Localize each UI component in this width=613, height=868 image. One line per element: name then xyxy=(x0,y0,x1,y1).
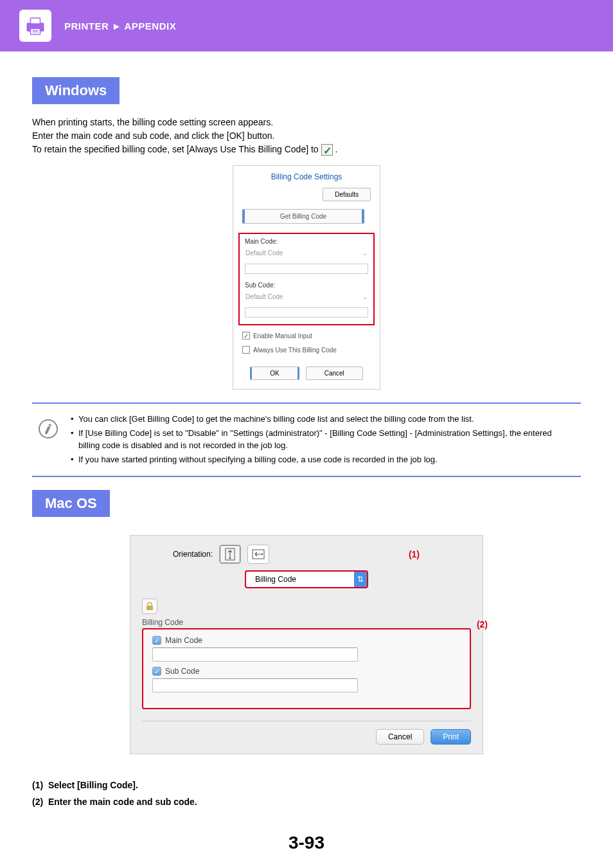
panel-select[interactable]: Billing Code ⇅ xyxy=(245,570,368,588)
print-button[interactable]: Print xyxy=(431,729,471,745)
codes-highlight-box: Main Code: Default Code ⌄ Sub Code: Defa… xyxy=(238,233,375,325)
defaults-button[interactable]: Defaults xyxy=(323,188,371,201)
ok-button[interactable]: OK xyxy=(250,366,299,380)
windows-para3: To retain the specified billing code, se… xyxy=(32,143,581,156)
orientation-landscape-button[interactable] xyxy=(247,545,269,564)
checkbox-unchecked-icon[interactable] xyxy=(242,346,250,354)
main-code-input[interactable] xyxy=(152,647,358,662)
note-2: If [Use Billing Code] is set to "Disable… xyxy=(71,427,574,452)
windows-para2: Enter the main code and sub code, and cl… xyxy=(32,129,581,143)
windows-heading: Windows xyxy=(32,77,120,104)
sub-code-row[interactable]: ✓ Sub Code xyxy=(152,667,461,676)
svg-rect-1 xyxy=(31,18,40,24)
checkbox-checked-icon[interactable]: ✓ xyxy=(152,636,161,645)
orientation-label: Orientation: xyxy=(173,550,213,559)
callout-1: (1) xyxy=(409,549,420,559)
sub-code-input[interactable] xyxy=(245,307,368,318)
windows-para1: When printing starts, the billing code s… xyxy=(32,116,581,129)
svg-rect-9 xyxy=(147,606,153,610)
get-billing-code-button[interactable]: Get Billing Code xyxy=(242,209,364,224)
step-2: (2) Enter the main code and sub code. xyxy=(32,797,581,807)
billing-code-panel-label: Billing Code xyxy=(142,618,471,627)
breadcrumb-left[interactable]: PRINTER xyxy=(64,21,109,32)
enable-manual-input-row[interactable]: ✓ Enable Manual Input xyxy=(233,325,380,339)
svg-point-6 xyxy=(229,557,231,559)
divider xyxy=(142,721,471,721)
breadcrumb-right[interactable]: APPENDIX xyxy=(125,21,177,32)
lock-icon[interactable] xyxy=(142,599,157,614)
note-block: You can click [Get Billing Code] to get … xyxy=(32,402,581,477)
chevron-down-icon: ⌄ xyxy=(362,293,368,300)
always-use-row[interactable]: Always Use This Billing Code xyxy=(233,339,380,354)
main-code-row[interactable]: ✓ Main Code xyxy=(152,636,461,645)
mac-codes-highlight-box: (2) ✓ Main Code ✓ Sub Code xyxy=(142,628,471,709)
chevron-down-icon: ⌄ xyxy=(362,249,368,257)
main-code-label: Main Code: xyxy=(245,238,368,245)
windows-intro: When printing starts, the billing code s… xyxy=(32,116,581,156)
main-code-select[interactable]: Default Code ⌄ xyxy=(245,248,368,261)
header-bar: PRINTER ► APPENDIX xyxy=(0,0,613,51)
checkbox-checked-icon[interactable]: ✓ xyxy=(152,667,161,676)
orientation-portrait-button[interactable] xyxy=(219,545,241,564)
note-1: You can click [Get Billing Code] to get … xyxy=(71,413,574,426)
printer-icon xyxy=(19,10,51,42)
breadcrumb-sep: ► xyxy=(112,21,121,32)
mac-print-dialog: Orientation: (1) Billing Code ⇅ Billing … xyxy=(130,535,483,754)
updown-arrows-icon: ⇅ xyxy=(354,572,367,587)
checkbox-checked-icon[interactable]: ✓ xyxy=(242,332,250,339)
billing-code-settings-dialog: Billing Code Settings Defaults Get Billi… xyxy=(233,165,380,390)
svg-point-8 xyxy=(262,554,263,555)
breadcrumb[interactable]: PRINTER ► APPENDIX xyxy=(64,21,176,32)
dialog-title: Billing Code Settings xyxy=(233,166,380,188)
pencil-note-icon xyxy=(36,417,60,441)
macos-heading: Mac OS xyxy=(32,490,110,517)
sub-code-select[interactable]: Default Code ⌄ xyxy=(245,291,368,305)
checkbox-icon xyxy=(321,144,333,156)
sub-code-label: Sub Code: xyxy=(245,282,368,289)
sub-code-input[interactable] xyxy=(152,678,358,692)
cancel-button[interactable]: Cancel xyxy=(306,366,363,380)
main-code-input[interactable] xyxy=(245,264,368,274)
svg-rect-2 xyxy=(31,29,40,35)
cancel-button[interactable]: Cancel xyxy=(376,729,424,745)
page-number: 3-93 xyxy=(0,833,613,853)
note-3: If you have started printing without spe… xyxy=(71,453,574,466)
callout-2: (2) xyxy=(477,619,488,629)
step-1: (1) Select [Billing Code]. xyxy=(32,780,581,790)
